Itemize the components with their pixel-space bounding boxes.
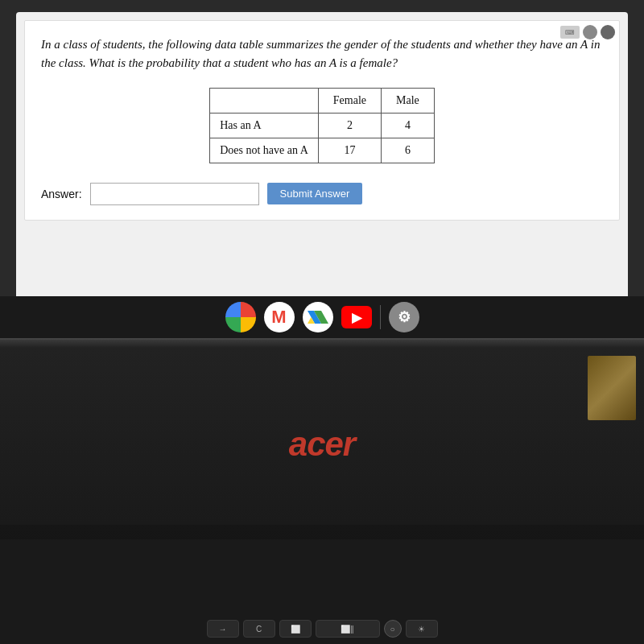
keyboard-area: → C ⬜ ⬜‖ ○ ☀ (0, 539, 644, 644)
answer-input[interactable] (90, 183, 259, 205)
row1-label: Has an A (210, 113, 319, 138)
keyboard-icon: ⌨ (560, 26, 580, 39)
row1-female: 2 (318, 113, 381, 138)
keyboard-row-1: → C ⬜ ⬜‖ ○ ☀ (207, 620, 438, 638)
drive-icon[interactable] (303, 302, 333, 332)
table-wrapper: Female Male Has an A 2 4 Does not have a… (41, 88, 603, 163)
chrome-icon[interactable] (225, 302, 256, 332)
taskbar-divider (380, 305, 381, 329)
key-refresh[interactable]: C (243, 620, 275, 638)
answer-row: Answer: Submit Answer (41, 176, 603, 208)
key-brightness[interactable]: ☀ (406, 620, 438, 638)
browser-content: ⌨ In a class of students, the following … (16, 12, 628, 326)
photo-corner (588, 356, 636, 420)
circle-icon-1 (583, 25, 597, 39)
key-back[interactable]: → (207, 620, 239, 638)
settings-icon[interactable]: ⚙ (389, 302, 419, 332)
gmail-icon[interactable]: M (264, 302, 295, 332)
toolbar-icons: ⌨ (560, 25, 615, 39)
acer-logo: acer (289, 425, 355, 464)
row2-female: 17 (318, 138, 381, 163)
laptop-hinge (0, 338, 644, 348)
answer-label: Answer: (41, 188, 82, 200)
question-text: In a class of students, the following da… (41, 35, 603, 73)
key-circle[interactable]: ○ (384, 620, 402, 638)
key-windows[interactable]: ⬜‖ (316, 620, 380, 638)
data-table: Female Male Has an A 2 4 Does not have a… (209, 88, 435, 163)
laptop-palm-rest: acer (0, 348, 644, 525)
table-row: Has an A 2 4 (210, 113, 435, 138)
row2-label: Does not have an A (210, 138, 319, 163)
youtube-icon[interactable]: ▶ (341, 306, 372, 328)
question-area: In a class of students, the following da… (24, 20, 620, 221)
row2-male: 6 (382, 138, 435, 163)
laptop-screen: ⌨ In a class of students, the following … (0, 0, 644, 338)
col-empty (210, 88, 319, 113)
row1-male: 4 (382, 113, 435, 138)
col-female: Female (318, 88, 381, 113)
taskbar: M ▶ ⚙ (0, 296, 644, 338)
laptop-body: acer → C ⬜ ⬜‖ ○ ☀ (0, 338, 644, 644)
table-row: Does not have an A 17 6 (210, 138, 435, 163)
key-fullscreen[interactable]: ⬜ (279, 620, 312, 638)
circle-icon-2 (601, 25, 615, 39)
col-male: Male (382, 88, 435, 113)
submit-answer-button[interactable]: Submit Answer (267, 183, 363, 204)
